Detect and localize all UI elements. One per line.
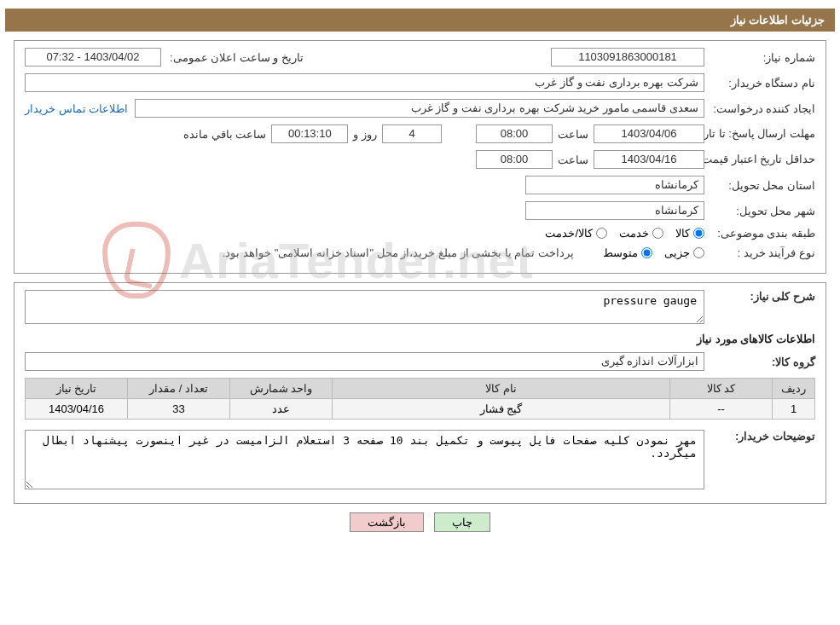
label-days-and: روز و bbox=[348, 128, 382, 141]
label-city: شهر محل تحویل: bbox=[704, 205, 815, 217]
page-title: جزئیات اطلاعات نیاز bbox=[731, 14, 825, 26]
label-goods-group: گروه کالا: bbox=[704, 356, 815, 368]
cell-unit: عدد bbox=[230, 399, 333, 420]
page-title-bar: جزئیات اطلاعات نیاز bbox=[5, 9, 835, 32]
buyer-contact-link[interactable]: اطلاعات تماس خریدار bbox=[25, 102, 135, 115]
back-button[interactable]: بازگشت bbox=[350, 512, 424, 532]
radio-partial-label: جزیی bbox=[664, 246, 690, 259]
field-min-valid-date: 1403/04/16 bbox=[594, 150, 704, 169]
button-row: چاپ بازگشت bbox=[5, 512, 835, 539]
field-buyer-org: شرکت بهره برداری نفت و گاز غرب bbox=[25, 73, 704, 92]
field-reply-date: 1403/04/06 bbox=[594, 124, 704, 143]
radio-medium-wrap[interactable]: متوسط bbox=[591, 246, 652, 259]
th-row: ردیف bbox=[773, 379, 815, 399]
table-row: 1 -- گیج فشار عدد 33 1403/04/16 bbox=[26, 399, 815, 420]
need-desc-textarea[interactable] bbox=[25, 290, 704, 324]
th-unit: واحد شمارش bbox=[230, 379, 333, 399]
label-time-1: ساعت bbox=[553, 128, 594, 141]
label-subject-cat: طبقه بندی موضوعی: bbox=[704, 227, 815, 240]
cell-row: 1 bbox=[773, 399, 815, 420]
field-goods-group: ابزارآلات اندازه گیری bbox=[25, 352, 704, 371]
field-remain-days: 4 bbox=[382, 124, 442, 143]
label-reply-deadline: مهلت ارسال پاسخ: تا تاریخ: bbox=[704, 128, 815, 140]
label-buyer-org: نام دستگاه خریدار: bbox=[704, 77, 815, 90]
purchase-type-note: پرداخت تمام یا بخشی از مبلغ خرید،از محل … bbox=[223, 246, 591, 259]
cell-qty: 33 bbox=[128, 399, 230, 420]
radio-service-wrap[interactable]: خدمت bbox=[607, 227, 663, 240]
field-requester: سعدی قاسمی مامور خرید شرکت بهره برداری ن… bbox=[135, 99, 704, 118]
field-announce-datetime: 1403/04/02 - 07:32 bbox=[25, 48, 161, 67]
items-table: ردیف کد کالا نام کالا واحد شمارش تعداد /… bbox=[25, 378, 815, 420]
cell-name: گیج فشار bbox=[333, 399, 670, 420]
th-qty: تعداد / مقدار bbox=[128, 379, 230, 399]
field-need-number: 1103091863000181 bbox=[551, 48, 704, 67]
label-time-2: ساعت bbox=[553, 153, 594, 166]
items-info-title: اطلاعات کالاهای مورد نیاز bbox=[25, 333, 815, 345]
label-purchase-type: نوع فرآیند خرید : bbox=[704, 246, 815, 259]
radio-partial[interactable] bbox=[693, 247, 704, 258]
label-province: استان محل تحویل: bbox=[704, 179, 815, 192]
label-min-valid: حداقل تاریخ اعتبار قیمت: تا تاریخ: bbox=[704, 153, 815, 165]
field-min-valid-time: 08:00 bbox=[476, 150, 553, 169]
radio-goods-label: کالا bbox=[675, 227, 690, 240]
radio-goods-service-label: کالا/خدمت bbox=[545, 227, 593, 240]
label-buyer-notes: توضیحات خریدار: bbox=[704, 430, 815, 443]
radio-medium-label: متوسط bbox=[603, 246, 638, 259]
radio-service-label: خدمت bbox=[619, 227, 649, 240]
field-province: کرمانشاه bbox=[525, 176, 704, 194]
label-announce-datetime: تاریخ و ساعت اعلان عمومی: bbox=[166, 51, 304, 64]
label-need-number: شماره نیاز: bbox=[704, 51, 815, 64]
cell-date: 1403/04/16 bbox=[26, 399, 128, 420]
radio-service[interactable] bbox=[652, 228, 663, 239]
radio-goods[interactable] bbox=[693, 228, 704, 239]
details-panel: شرح کلی نیاز: اطلاعات کالاهای مورد نیاز … bbox=[14, 282, 826, 504]
th-date: تاریخ نیاز bbox=[26, 379, 128, 399]
radio-medium[interactable] bbox=[641, 247, 652, 258]
th-code: کد کالا bbox=[670, 379, 773, 399]
print-button[interactable]: چاپ bbox=[434, 512, 490, 532]
radio-goods-wrap[interactable]: کالا bbox=[663, 227, 704, 240]
label-requester: ایجاد کننده درخواست: bbox=[704, 102, 815, 115]
th-name: نام کالا bbox=[333, 379, 670, 399]
radio-goods-service[interactable] bbox=[596, 228, 607, 239]
cell-code: -- bbox=[670, 399, 773, 420]
radio-partial-wrap[interactable]: جزیی bbox=[652, 246, 704, 259]
main-info-panel: شماره نیاز: 1103091863000181 تاریخ و ساع… bbox=[14, 40, 826, 274]
field-reply-time: 08:00 bbox=[476, 124, 553, 143]
buyer-notes-textarea[interactable] bbox=[25, 430, 704, 489]
label-remaining: ساعت باقي مانده bbox=[178, 128, 271, 141]
radio-goods-service-wrap[interactable]: کالا/خدمت bbox=[533, 227, 607, 240]
field-city: کرمانشاه bbox=[525, 201, 704, 220]
label-need-desc: شرح کلی نیاز: bbox=[704, 290, 815, 303]
field-remain-time: 00:13:10 bbox=[271, 124, 348, 143]
